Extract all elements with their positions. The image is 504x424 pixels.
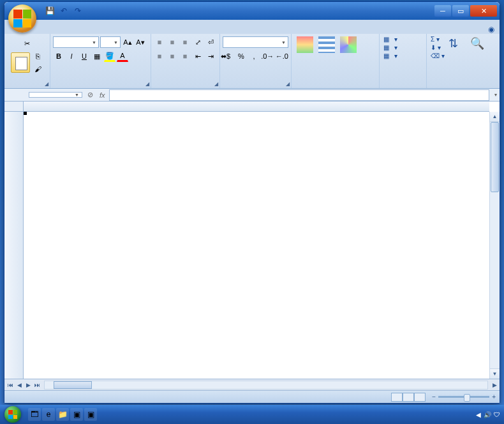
align-launcher-icon[interactable]: ◢ (214, 81, 218, 87)
scroll-down-icon[interactable]: ▼ (490, 368, 500, 379)
taskbar: 🗔 e 📁 ▣ ▣ ◀ 🔊 🛡 (0, 405, 504, 424)
font-color-icon[interactable]: A (117, 50, 128, 62)
insert-button[interactable]: ▦ ▾ (382, 35, 424, 43)
help-icon[interactable]: ◉ (488, 25, 494, 34)
undo-icon[interactable]: ↶ (58, 5, 70, 17)
column-headers[interactable] (24, 102, 489, 112)
app-window: 💾 ↶ ↷ ─ ▭ ✕ ◉ ✂ ⎘ 🖌 (4, 1, 500, 404)
italic-button[interactable]: I (66, 50, 77, 62)
ribbon-tabs: ◉ (4, 20, 500, 34)
tab-nav[interactable]: ⏮◀▶⏭ (4, 382, 43, 388)
cell-styles-button[interactable] (337, 35, 359, 79)
close-button[interactable]: ✕ (470, 5, 497, 17)
align-bot-icon[interactable]: ≡ (179, 36, 191, 48)
maximize-button[interactable]: ▭ (452, 5, 469, 17)
number-launcher-icon[interactable]: ◢ (286, 81, 290, 87)
sort-filter-button[interactable]: ⇅ (446, 35, 468, 79)
ql-ie-icon[interactable]: e (42, 408, 55, 421)
normal-view-icon[interactable] (391, 393, 403, 402)
office-button[interactable] (8, 4, 36, 33)
fill-icon[interactable]: ⬇ ▾ (429, 43, 446, 52)
copy-icon[interactable]: ⎘ (33, 50, 44, 62)
indent-dec-icon[interactable]: ⇤ (192, 50, 204, 62)
show-desktop-icon[interactable]: 🗔 (28, 408, 41, 421)
tray-icon[interactable]: 🛡 (494, 411, 500, 418)
find-select-button[interactable]: 🔍 (468, 35, 489, 79)
autosum-icon[interactable]: Σ ▾ (429, 35, 446, 43)
fx-icon[interactable]: fx (96, 91, 109, 99)
formula-input[interactable] (109, 89, 489, 101)
cut-icon[interactable]: ✂ (22, 38, 33, 49)
spreadsheet-grid[interactable]: ▲ ▼ (4, 102, 500, 379)
titlebar: 💾 ↶ ↷ ─ ▭ ✕ (4, 2, 500, 20)
cond-format-button[interactable] (294, 35, 316, 79)
delete-button[interactable]: ▦ ▾ (382, 43, 424, 52)
minimize-button[interactable]: ─ (434, 5, 451, 17)
wrap-text-icon[interactable]: ⏎ (205, 36, 216, 48)
underline-button[interactable]: U (78, 50, 90, 62)
scroll-up-icon[interactable]: ▲ (490, 112, 500, 122)
align-right-icon[interactable]: ≡ (179, 50, 191, 62)
expand-formula-icon[interactable]: ▾ (492, 92, 500, 98)
zoom-out-icon[interactable]: − (432, 393, 436, 400)
redo-icon[interactable]: ↷ (72, 5, 84, 17)
row-headers[interactable] (4, 112, 24, 379)
orientation-icon[interactable]: ⤢ (192, 36, 204, 48)
save-icon[interactable]: 💾 (44, 5, 56, 17)
font-size-combo[interactable]: ▼ (100, 36, 121, 48)
format-button[interactable]: ▦ ▾ (382, 52, 424, 60)
clipboard-launcher-icon[interactable]: ◢ (45, 81, 48, 87)
fx-insert-icon[interactable]: ⊘ (85, 91, 96, 99)
ql-app1-icon[interactable]: ▣ (70, 408, 83, 421)
hscroll-right-icon[interactable]: ▶ (489, 382, 500, 388)
clear-icon[interactable]: ⌫ ▾ (429, 52, 446, 60)
align-top-icon[interactable]: ≡ (154, 36, 165, 48)
ribbon: ✂ ⎘ 🖌 ◢ ▼ ▼ A▴ A▾ B (4, 34, 500, 89)
cells-area[interactable] (24, 112, 489, 379)
vertical-scrollbar[interactable]: ▲ ▼ (489, 112, 500, 379)
grow-font-icon[interactable]: A▴ (122, 36, 133, 48)
border-icon[interactable]: ▦ (91, 50, 103, 62)
start-button[interactable] (0, 405, 26, 424)
horizontal-scrollbar[interactable] (44, 381, 488, 390)
formula-bar: ▼ ⊘ fx ▾ (4, 89, 500, 102)
currency-icon[interactable]: $ (223, 50, 234, 62)
format-table-button[interactable] (316, 35, 337, 79)
paste-icon[interactable] (11, 52, 30, 73)
tray-icon[interactable]: 🔊 (484, 411, 491, 418)
font-name-combo[interactable]: ▼ (53, 36, 99, 48)
dec-decimal-icon[interactable]: ←.0 (276, 50, 289, 62)
align-left-icon[interactable]: ≡ (154, 50, 165, 62)
page-break-icon[interactable] (414, 393, 426, 402)
zoom-in-icon[interactable]: + (492, 393, 496, 400)
status-bar: − + (4, 390, 500, 403)
shrink-font-icon[interactable]: A▾ (135, 36, 146, 48)
page-layout-icon[interactable] (403, 393, 414, 402)
format-painter-icon[interactable]: 🖌 (33, 63, 44, 75)
ql-app2-icon[interactable]: ▣ (84, 408, 97, 421)
inc-decimal-icon[interactable]: .0→ (261, 50, 274, 62)
align-center-icon[interactable]: ≡ (167, 50, 178, 62)
name-box[interactable]: ▼ (29, 92, 82, 98)
select-all-corner[interactable] (4, 102, 24, 112)
ql-explorer-icon[interactable]: 📁 (56, 408, 69, 421)
bold-button[interactable]: B (53, 50, 64, 62)
system-tray[interactable]: ◀ 🔊 🛡 (472, 411, 504, 418)
tray-icon[interactable]: ◀ (476, 411, 481, 418)
quick-access-toolbar: 💾 ↶ ↷ (44, 5, 84, 17)
indent-inc-icon[interactable]: ⇥ (205, 50, 216, 62)
percent-icon[interactable]: % (235, 50, 247, 62)
fill-color-icon[interactable]: 🪣 (104, 50, 115, 62)
hscroll-thumb[interactable] (54, 381, 92, 389)
active-cell-outline (24, 112, 26, 114)
vscroll-thumb[interactable] (491, 122, 499, 192)
comma-icon[interactable]: , (248, 50, 260, 62)
zoom-slider[interactable] (438, 396, 489, 398)
sheet-tab-bar: ⏮◀▶⏭ ▶ (4, 379, 500, 390)
font-launcher-icon[interactable]: ◢ (145, 81, 149, 87)
number-format-combo[interactable]: ▼ (223, 36, 288, 48)
align-mid-icon[interactable]: ≡ (167, 36, 178, 48)
